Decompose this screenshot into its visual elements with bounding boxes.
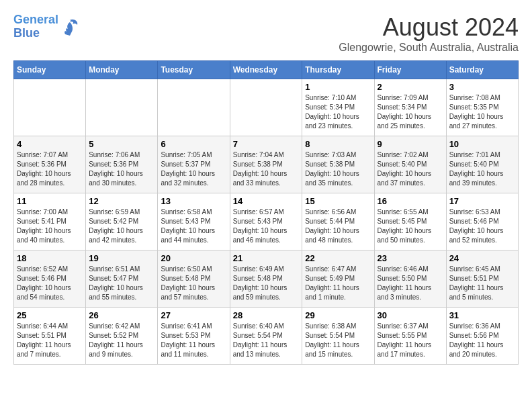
day-number: 21 bbox=[233, 253, 300, 263]
header-sunday: Sunday bbox=[14, 61, 86, 79]
day-info: Sunrise: 6:46 AM Sunset: 5:50 PM Dayligh… bbox=[378, 265, 443, 302]
day-info: Sunrise: 7:00 AM Sunset: 5:41 PM Dayligh… bbox=[17, 208, 83, 245]
day-info: Sunrise: 7:09 AM Sunset: 5:34 PM Dayligh… bbox=[378, 93, 443, 131]
day-info: Sunrise: 6:47 AM Sunset: 5:49 PM Dayligh… bbox=[305, 265, 371, 302]
day-info: Sunrise: 7:04 AM Sunset: 5:38 PM Dayligh… bbox=[233, 150, 300, 188]
day-cell: 3Sunrise: 7:08 AM Sunset: 5:35 PM Daylig… bbox=[446, 79, 518, 136]
header-friday: Friday bbox=[374, 61, 446, 79]
day-cell: 4Sunrise: 7:07 AM Sunset: 5:36 PM Daylig… bbox=[14, 136, 86, 193]
header-monday: Monday bbox=[86, 61, 158, 79]
day-number: 20 bbox=[161, 253, 226, 263]
day-cell bbox=[14, 79, 86, 136]
day-info: Sunrise: 6:42 AM Sunset: 5:52 PM Dayligh… bbox=[89, 322, 154, 359]
day-cell: 24Sunrise: 6:45 AM Sunset: 5:51 PM Dayli… bbox=[446, 250, 518, 308]
day-info: Sunrise: 6:50 AM Sunset: 5:48 PM Dayligh… bbox=[161, 265, 226, 302]
day-info: Sunrise: 7:01 AM Sunset: 5:40 PM Dayligh… bbox=[449, 150, 515, 188]
day-cell: 9Sunrise: 7:02 AM Sunset: 5:40 PM Daylig… bbox=[374, 136, 446, 193]
day-cell: 27Sunrise: 6:41 AM Sunset: 5:53 PM Dayli… bbox=[158, 308, 230, 365]
header-wednesday: Wednesday bbox=[230, 61, 302, 79]
day-info: Sunrise: 6:36 AM Sunset: 5:56 PM Dayligh… bbox=[449, 322, 515, 359]
day-info: Sunrise: 7:02 AM Sunset: 5:40 PM Dayligh… bbox=[378, 150, 443, 188]
day-cell: 6Sunrise: 7:05 AM Sunset: 5:37 PM Daylig… bbox=[158, 136, 230, 193]
day-info: Sunrise: 6:37 AM Sunset: 5:55 PM Dayligh… bbox=[378, 322, 443, 359]
day-info: Sunrise: 7:10 AM Sunset: 5:34 PM Dayligh… bbox=[305, 93, 371, 131]
day-cell bbox=[230, 79, 302, 136]
day-info: Sunrise: 6:45 AM Sunset: 5:51 PM Dayligh… bbox=[449, 265, 515, 302]
day-cell: 15Sunrise: 6:56 AM Sunset: 5:44 PM Dayli… bbox=[302, 193, 374, 250]
week-row-5: 25Sunrise: 6:44 AM Sunset: 5:51 PM Dayli… bbox=[14, 308, 519, 365]
day-number: 28 bbox=[233, 310, 300, 320]
day-cell: 20Sunrise: 6:50 AM Sunset: 5:48 PM Dayli… bbox=[158, 250, 230, 308]
day-number: 12 bbox=[89, 196, 154, 206]
day-cell: 29Sunrise: 6:38 AM Sunset: 5:54 PM Dayli… bbox=[302, 308, 374, 365]
subtitle: Glengowrie, South Australia, Australia bbox=[339, 42, 519, 54]
main-title: August 2024 bbox=[339, 13, 519, 42]
day-number: 31 bbox=[449, 310, 515, 320]
day-info: Sunrise: 7:05 AM Sunset: 5:37 PM Dayligh… bbox=[161, 150, 226, 188]
logo-bird-icon bbox=[60, 17, 80, 37]
day-number: 11 bbox=[17, 196, 83, 206]
day-number: 17 bbox=[449, 196, 515, 206]
day-number: 27 bbox=[161, 310, 226, 320]
day-info: Sunrise: 7:07 AM Sunset: 5:36 PM Dayligh… bbox=[17, 150, 83, 188]
day-number: 8 bbox=[305, 139, 371, 149]
day-cell: 10Sunrise: 7:01 AM Sunset: 5:40 PM Dayli… bbox=[446, 136, 518, 193]
day-cell: 7Sunrise: 7:04 AM Sunset: 5:38 PM Daylig… bbox=[230, 136, 302, 193]
day-cell: 1Sunrise: 7:10 AM Sunset: 5:34 PM Daylig… bbox=[302, 79, 374, 136]
day-number: 26 bbox=[89, 310, 154, 320]
day-number: 6 bbox=[161, 139, 226, 149]
day-cell: 5Sunrise: 7:06 AM Sunset: 5:36 PM Daylig… bbox=[86, 136, 158, 193]
day-cell: 30Sunrise: 6:37 AM Sunset: 5:55 PM Dayli… bbox=[374, 308, 446, 365]
day-cell: 8Sunrise: 7:03 AM Sunset: 5:38 PM Daylig… bbox=[302, 136, 374, 193]
day-number: 24 bbox=[449, 253, 515, 263]
day-number: 16 bbox=[378, 196, 443, 206]
day-cell: 31Sunrise: 6:36 AM Sunset: 5:56 PM Dayli… bbox=[446, 308, 518, 365]
header-tuesday: Tuesday bbox=[158, 61, 230, 79]
day-info: Sunrise: 6:51 AM Sunset: 5:47 PM Dayligh… bbox=[89, 265, 154, 302]
day-info: Sunrise: 6:52 AM Sunset: 5:46 PM Dayligh… bbox=[17, 265, 83, 302]
day-cell: 21Sunrise: 6:49 AM Sunset: 5:48 PM Dayli… bbox=[230, 250, 302, 308]
day-cell: 18Sunrise: 6:52 AM Sunset: 5:46 PM Dayli… bbox=[14, 250, 86, 308]
day-number: 13 bbox=[161, 196, 226, 206]
day-cell bbox=[158, 79, 230, 136]
header-saturday: Saturday bbox=[446, 61, 518, 79]
calendar-table: SundayMondayTuesdayWednesdayThursdayFrid… bbox=[13, 60, 519, 365]
day-cell: 2Sunrise: 7:09 AM Sunset: 5:34 PM Daylig… bbox=[374, 79, 446, 136]
day-number: 15 bbox=[305, 196, 371, 206]
day-cell: 14Sunrise: 6:57 AM Sunset: 5:43 PM Dayli… bbox=[230, 193, 302, 250]
day-number: 14 bbox=[233, 196, 300, 206]
day-number: 19 bbox=[89, 253, 154, 263]
day-info: Sunrise: 6:57 AM Sunset: 5:43 PM Dayligh… bbox=[233, 208, 300, 245]
week-row-2: 4Sunrise: 7:07 AM Sunset: 5:36 PM Daylig… bbox=[14, 136, 519, 193]
calendar-body: 1Sunrise: 7:10 AM Sunset: 5:34 PM Daylig… bbox=[14, 79, 519, 365]
week-row-3: 11Sunrise: 7:00 AM Sunset: 5:41 PM Dayli… bbox=[14, 193, 519, 250]
day-cell: 11Sunrise: 7:00 AM Sunset: 5:41 PM Dayli… bbox=[14, 193, 86, 250]
day-cell: 12Sunrise: 6:59 AM Sunset: 5:42 PM Dayli… bbox=[86, 193, 158, 250]
logo: General Blue bbox=[13, 13, 80, 40]
day-cell: 25Sunrise: 6:44 AM Sunset: 5:51 PM Dayli… bbox=[14, 308, 86, 365]
day-number: 5 bbox=[89, 139, 154, 149]
day-number: 22 bbox=[305, 253, 371, 263]
day-number: 18 bbox=[17, 253, 83, 263]
day-cell: 28Sunrise: 6:40 AM Sunset: 5:54 PM Dayli… bbox=[230, 308, 302, 365]
day-number: 10 bbox=[449, 139, 515, 149]
title-section: August 2024 Glengowrie, South Australia,… bbox=[339, 13, 519, 54]
day-info: Sunrise: 6:44 AM Sunset: 5:51 PM Dayligh… bbox=[17, 322, 83, 359]
day-info: Sunrise: 7:08 AM Sunset: 5:35 PM Dayligh… bbox=[449, 93, 515, 131]
day-cell bbox=[86, 79, 158, 136]
day-number: 30 bbox=[378, 310, 443, 320]
day-number: 9 bbox=[378, 139, 443, 149]
day-info: Sunrise: 6:55 AM Sunset: 5:45 PM Dayligh… bbox=[378, 208, 443, 245]
day-cell: 16Sunrise: 6:55 AM Sunset: 5:45 PM Dayli… bbox=[374, 193, 446, 250]
header-thursday: Thursday bbox=[302, 61, 374, 79]
week-row-4: 18Sunrise: 6:52 AM Sunset: 5:46 PM Dayli… bbox=[14, 250, 519, 308]
day-info: Sunrise: 6:59 AM Sunset: 5:42 PM Dayligh… bbox=[89, 208, 154, 245]
day-number: 23 bbox=[378, 253, 443, 263]
day-number: 7 bbox=[233, 139, 300, 149]
day-info: Sunrise: 6:56 AM Sunset: 5:44 PM Dayligh… bbox=[305, 208, 371, 245]
day-number: 1 bbox=[305, 82, 371, 92]
page-header: General Blue August 2024 Glengowrie, Sou… bbox=[13, 13, 519, 54]
day-cell: 22Sunrise: 6:47 AM Sunset: 5:49 PM Dayli… bbox=[302, 250, 374, 308]
day-number: 25 bbox=[17, 310, 83, 320]
day-number: 2 bbox=[378, 82, 443, 92]
